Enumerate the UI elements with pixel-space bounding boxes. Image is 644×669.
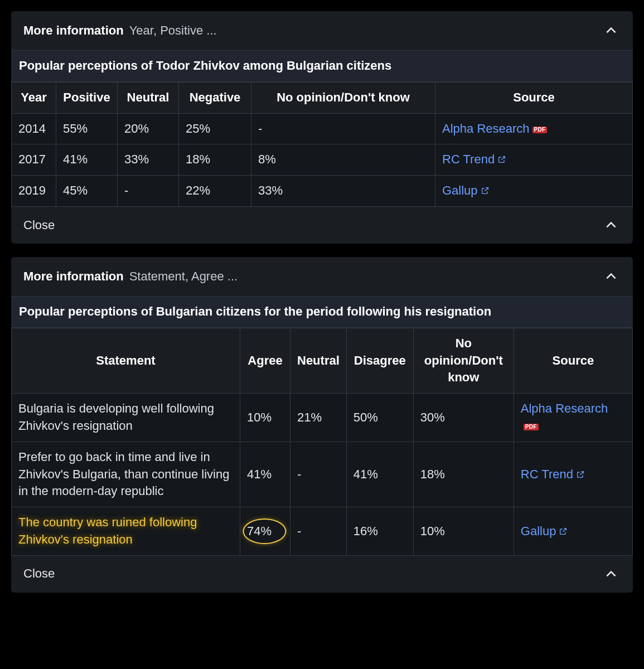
external-link-icon (576, 467, 585, 476)
th-statement: Statement (12, 328, 240, 393)
cell-neutral: 21% (290, 394, 347, 442)
cell-source: Alpha ResearchPDF (514, 394, 632, 442)
panel-header[interactable]: More information Year, Positive ... (11, 11, 633, 50)
th-source: Source (514, 328, 632, 393)
chevron-up-icon (602, 565, 621, 584)
cell-negative: 25% (179, 113, 251, 144)
cell-disagree: 41% (346, 442, 413, 507)
table-row: Prefer to go back in time and live in Zh… (12, 442, 633, 507)
perceptions-table: Year Positive Neutral Negative No opinio… (11, 82, 633, 207)
cell-neutral: - (118, 176, 179, 207)
close-label: Close (23, 217, 55, 234)
table-row: The country was ruined following Zhivkov… (12, 507, 633, 556)
chevron-up-icon (602, 21, 621, 40)
cell-neutral: - (290, 442, 347, 507)
th-neutral: Neutral (118, 82, 179, 113)
highlight-ellipse (243, 518, 286, 544)
cell-statement: Prefer to go back in time and live in Zh… (12, 442, 240, 507)
pdf-icon: PDF (524, 424, 539, 430)
table-row: Bulgaria is developing well following Zh… (12, 394, 633, 442)
cell-statement: The country was ruined following Zhivkov… (12, 507, 240, 556)
cell-source: Gallup (514, 507, 632, 556)
source-link[interactable]: Alpha Research (442, 122, 530, 135)
cell-disagree: 16% (346, 507, 413, 556)
cell-statement: Bulgaria is developing well following Zh… (12, 394, 240, 442)
cell-no-opinion: 10% (413, 507, 514, 556)
panel-header-title: More information Statement, Agree ... (23, 268, 238, 285)
cell-negative: 22% (179, 176, 251, 207)
cell-neutral: 20% (118, 113, 179, 144)
cell-year: 2019 (12, 176, 56, 207)
cell-no-opinion: 30% (413, 394, 514, 442)
cell-negative: 18% (179, 144, 251, 176)
cell-year: 2014 (12, 113, 56, 144)
table-row: 201455%20%25%-Alpha ResearchPDF (12, 113, 633, 144)
cell-no-opinion: - (251, 113, 435, 144)
cell-agree: 10% (240, 394, 290, 442)
cell-neutral: 33% (118, 144, 179, 176)
source-link[interactable]: RC Trend (442, 152, 495, 166)
source-link[interactable]: Gallup (442, 183, 478, 197)
source-link[interactable]: Alpha Research (521, 401, 608, 415)
table-header-row: Statement Agree Neutral Disagree No opin… (12, 328, 633, 393)
table-row: 201741%33%18%8%RC Trend (12, 144, 633, 176)
panel-header-bold: More information (23, 22, 124, 40)
cell-positive: 55% (56, 113, 118, 144)
panel-header-subtitle: Statement, Agree ... (129, 268, 238, 285)
panel-footer[interactable]: Close (11, 207, 633, 244)
table-row: 201945%-22%33%Gallup (12, 176, 633, 207)
cell-no-opinion: 18% (413, 442, 514, 507)
cell-disagree: 50% (346, 394, 413, 442)
cell-neutral: - (290, 507, 347, 556)
external-link-icon (497, 152, 506, 161)
cell-no-opinion: 33% (251, 176, 435, 207)
th-source: Source (435, 82, 633, 113)
table-caption: Popular perceptions of Bulgarian citizen… (11, 296, 633, 328)
cell-source: RC Trend (435, 144, 633, 176)
th-neutral: Neutral (290, 328, 347, 393)
cell-source: Gallup (435, 176, 633, 207)
th-positive: Positive (56, 82, 118, 113)
cell-no-opinion: 8% (251, 144, 435, 176)
chevron-up-icon (602, 216, 621, 235)
panel-header[interactable]: More information Statement, Agree ... (11, 257, 633, 296)
th-no-opinion: No opinion/Don't know (251, 82, 435, 113)
th-year: Year (12, 82, 56, 113)
collapsible-panel-statements: More information Statement, Agree ... Po… (11, 257, 633, 593)
cell-source: Alpha ResearchPDF (435, 113, 633, 144)
source-link[interactable]: Gallup (521, 524, 556, 538)
collapsible-panel-perceptions: More information Year, Positive ... Popu… (11, 11, 633, 244)
chevron-up-icon (602, 267, 621, 286)
panel-header-title: More information Year, Positive ... (23, 22, 217, 40)
cell-positive: 41% (56, 144, 118, 176)
cell-year: 2017 (12, 144, 56, 176)
panel-header-bold: More information (23, 268, 124, 285)
external-link-icon (481, 183, 490, 192)
external-link-icon (559, 523, 568, 532)
cell-positive: 45% (56, 176, 118, 207)
pdf-icon: PDF (532, 127, 548, 133)
table-header-row: Year Positive Neutral Negative No opinio… (12, 82, 633, 113)
panel-header-subtitle: Year, Positive ... (129, 22, 217, 40)
close-label: Close (23, 565, 55, 583)
cell-agree: 74% (240, 507, 290, 556)
source-link[interactable]: RC Trend (521, 467, 573, 481)
statements-table: Statement Agree Neutral Disagree No opin… (11, 328, 633, 556)
th-negative: Negative (179, 82, 251, 113)
th-agree: Agree (240, 328, 290, 393)
th-no-opinion: No opinion/Don't know (413, 328, 514, 393)
th-disagree: Disagree (346, 328, 413, 393)
cell-agree: 41% (240, 442, 290, 507)
table-caption: Popular perceptions of Todor Zhivkov amo… (11, 50, 633, 82)
panel-footer[interactable]: Close (11, 556, 633, 593)
cell-source: RC Trend (514, 442, 632, 507)
